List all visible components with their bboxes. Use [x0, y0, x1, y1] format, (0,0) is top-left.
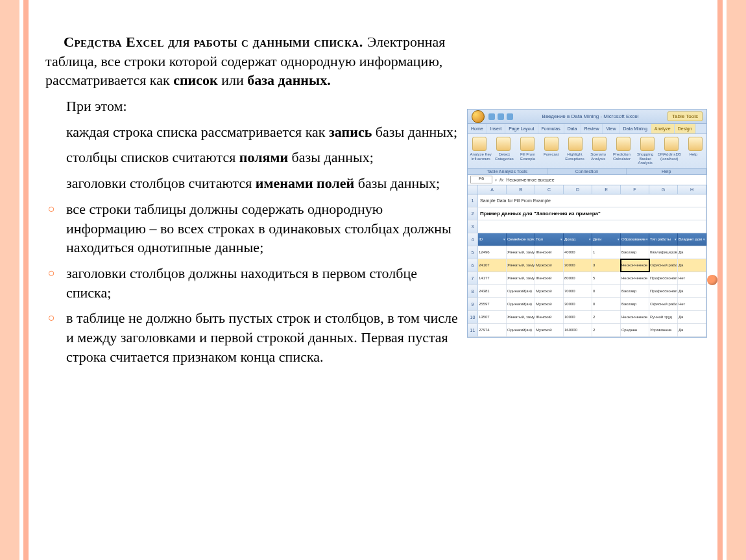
table-cell: Женатый, замуже: [507, 259, 535, 272]
table-cell: 14177: [478, 272, 507, 285]
text-content: Средства Excel для работы с данными спис…: [45, 32, 461, 373]
quick-access-toolbar: [488, 113, 513, 120]
table-cell: Да: [678, 246, 706, 259]
table-header-cell: Пол: [535, 233, 564, 246]
table-cell: Да: [678, 285, 706, 298]
table-cell: Одинокий(ая): [507, 298, 535, 310]
ribbon-tab: Home: [468, 124, 487, 134]
formula-value: Неоконченное высшее: [506, 178, 554, 182]
decorative-dot: [707, 275, 717, 285]
table-cell: Одинокий(ая): [507, 324, 535, 336]
item3a: заголовки столбцов считаются: [66, 175, 256, 191]
table-cell: 12496: [478, 246, 507, 259]
ribbon-icons-row: [469, 137, 705, 151]
ribbon-icon: [568, 137, 583, 151]
ribbon-tab: Data Mining: [620, 124, 651, 134]
decorative-stripe-left-thin: [23, 0, 29, 560]
ribbon-button-label: Fill From Example: [516, 152, 539, 165]
table-cell: Офисный работ: [649, 259, 678, 272]
excel-screenshot: Введение в Data Mining - Microsoft Excel…: [467, 109, 707, 338]
table-cell: Неоконченное выс: [621, 311, 649, 323]
ribbon-button-label: Forecast: [540, 152, 563, 165]
table-cell: Офисный работ: [649, 298, 678, 310]
ribbon-icon: [664, 137, 679, 151]
table-cell: Женатый, замуже: [507, 272, 535, 285]
table-cell: 10000: [564, 311, 592, 323]
table-cell: 5: [592, 272, 621, 285]
table-cell: Нет: [678, 272, 706, 285]
ribbon-icon: [520, 137, 535, 151]
ribbon-icon: [592, 137, 607, 151]
ribbon-button-label: Prediction Calculator: [610, 152, 633, 165]
table-cell: 30000: [564, 298, 592, 310]
or-text: или: [218, 72, 248, 88]
ribbon-icon: [616, 137, 631, 151]
window-title: Введение в Data Mining - Microsoft Excel: [513, 113, 668, 119]
name-box: F6: [470, 176, 492, 183]
definition-item-1: каждая строка списка рассматривается как…: [66, 122, 461, 142]
table-cell: 80000: [564, 272, 592, 285]
table-cell: Неоконченное выс: [621, 259, 649, 272]
bullet-item-3: в таблице не должно быть пустых строк и …: [47, 309, 461, 366]
ribbon-icon: [544, 137, 559, 151]
table-cell: Среднее: [621, 324, 649, 336]
bullet-list: все строки таблицы должны содержать одно…: [47, 200, 461, 367]
table-tools-label: Table Tools: [668, 111, 703, 121]
table-cell: Да: [678, 324, 706, 336]
table-cell: 1: [592, 246, 621, 259]
table-cell: 70000: [564, 285, 592, 298]
column-header: B: [507, 185, 535, 194]
ribbon-tab: Review: [581, 124, 603, 134]
item2b: полями: [239, 149, 288, 165]
ribbon-button-label: Analyze Key Influencers: [469, 152, 492, 165]
ribbon-button-label: DMAddinsDB (localhost): [657, 152, 682, 165]
column-header: A: [478, 185, 507, 194]
row-header: 10: [468, 311, 478, 323]
merged-text-cell: [478, 220, 706, 233]
title-bold: Средства Excel для работы с данными спис…: [64, 34, 367, 50]
table-cell: 0: [592, 298, 621, 310]
decorative-stripe-right: [727, 0, 746, 560]
merged-text-cell: Sample Data for Fill From Example: [478, 194, 706, 207]
table-header-cell: Семейное поло: [507, 233, 535, 246]
row-header: 11: [468, 324, 478, 336]
formula-bar: F6 ▾ fx Неоконченное высшее: [468, 175, 706, 185]
table-cell: Да: [678, 259, 706, 272]
table-cell: 2: [592, 311, 621, 323]
table-cell: 3: [592, 259, 621, 272]
table-cell: 40000: [564, 246, 592, 259]
table-header-cell: Тип работы: [649, 233, 678, 246]
column-header: E: [592, 185, 621, 194]
item3b: именами полей: [256, 175, 354, 191]
table-cell: Баклавр: [621, 285, 649, 298]
table-cell: Управление: [649, 324, 678, 336]
table-cell: Профессионал: [649, 272, 678, 285]
table-cell: Мужской: [535, 259, 564, 272]
row-header: 7: [468, 272, 478, 285]
select-all-cell: [468, 185, 478, 194]
table-cell: Профессионал: [649, 285, 678, 298]
table-cell: Баклавр: [621, 246, 649, 259]
ribbon-button-label: Scenario Analysis: [586, 152, 610, 165]
table-cell: 0: [592, 285, 621, 298]
bullet-item-2: заголовки столбцов должны находиться в п…: [47, 264, 461, 302]
table-cell: Да: [678, 311, 706, 323]
table-cell: 24381: [478, 285, 507, 298]
column-header: D: [564, 185, 592, 194]
column-header: C: [535, 185, 564, 194]
table-cell: 25597: [478, 298, 507, 310]
column-header: G: [649, 185, 678, 194]
row-header: 1: [468, 194, 478, 207]
table-header-cell: Владеет дом: [678, 233, 706, 246]
merged-text-cell: Пример данных для "Заполнения из примера…: [478, 207, 706, 220]
ribbon-icon: [472, 137, 487, 151]
table-cell: Ручной труд: [649, 311, 678, 323]
ribbon-tab: View: [603, 124, 620, 134]
table-cell: Квалифициров: [649, 246, 678, 259]
row-header: 8: [468, 285, 478, 298]
item3c: базы данных;: [354, 175, 440, 191]
table-cell: 2: [592, 324, 621, 336]
table-header-cell: ID: [478, 233, 507, 246]
spreadsheet-grid: 1Sample Data for Fill From Example2Приме…: [468, 194, 706, 337]
decorative-stripe-right-thin: [717, 0, 723, 560]
